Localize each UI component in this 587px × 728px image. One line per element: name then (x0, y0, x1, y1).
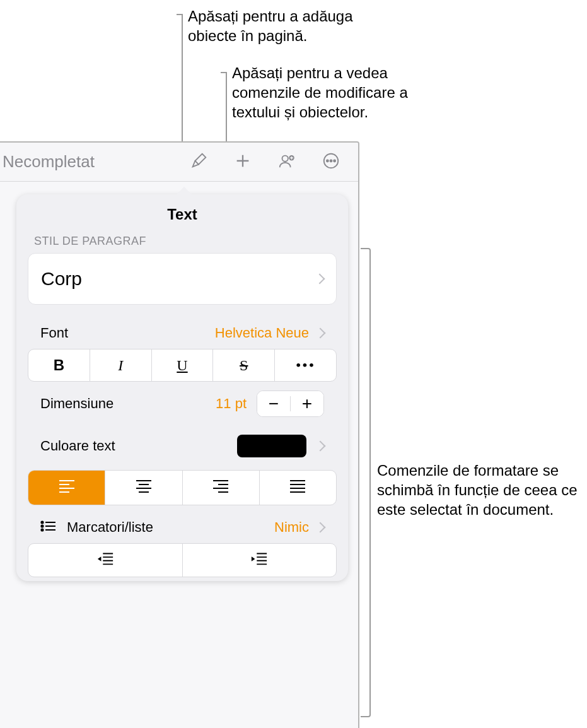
svg-point-9 (334, 160, 335, 161)
svg-marker-36 (98, 556, 102, 561)
format-button[interactable] (177, 151, 221, 173)
more-button[interactable] (309, 151, 353, 173)
paragraph-style-value: Corp (41, 268, 82, 290)
underline-button[interactable]: U (152, 349, 214, 381)
indent-segmented (28, 543, 337, 577)
app-window: Necompletat (0, 141, 359, 728)
svg-point-8 (330, 160, 332, 161)
callout-leader (226, 72, 227, 145)
svg-point-7 (327, 160, 328, 161)
alignment-segmented (28, 470, 337, 505)
format-popover: Text STIL DE PARAGRAF Corp Font Helvetic… (16, 194, 348, 581)
ellipsis-circle-icon (322, 151, 340, 173)
bold-button[interactable]: B (28, 349, 90, 381)
align-left-button[interactable] (28, 471, 105, 505)
size-decrease-button[interactable]: − (257, 391, 290, 416)
bullets-lists-row[interactable]: Marcatori/liste Nimic (28, 505, 337, 543)
svg-point-30 (41, 529, 43, 531)
outdent-button[interactable] (28, 544, 183, 577)
toolbar: Necompletat (0, 143, 358, 182)
outdent-icon (96, 551, 114, 569)
align-justify-button[interactable] (260, 471, 336, 505)
text-color-row[interactable]: Culoare text (28, 426, 337, 466)
indent-icon (250, 551, 268, 569)
align-center-button[interactable] (105, 471, 182, 505)
paragraph-style-label: STIL DE PARAGRAF (16, 232, 348, 253)
strikethrough-button[interactable]: S (213, 349, 275, 381)
indent-button[interactable] (183, 544, 337, 577)
insert-button[interactable] (221, 151, 265, 173)
chevron-right-icon (315, 328, 326, 339)
align-left-icon (58, 479, 76, 496)
plus-icon (233, 151, 252, 173)
chevron-right-icon (315, 522, 326, 533)
callout-format-context: Comenzile de formatare se schimbă în fun… (377, 461, 579, 520)
font-style-segmented: B I U S ••• (28, 349, 337, 382)
font-value: Helvetica Neue (215, 325, 309, 341)
callout-bracket (361, 248, 371, 717)
popover-title: Text (16, 194, 348, 232)
svg-point-28 (41, 525, 43, 527)
svg-point-2 (282, 155, 288, 161)
bullets-lists-label: Marcatori/liste (67, 519, 153, 536)
size-stepper: − + (257, 390, 324, 417)
align-center-icon (135, 479, 153, 496)
align-right-icon (212, 479, 230, 496)
document-title: Necompletat (0, 152, 95, 172)
chevron-right-icon (315, 274, 325, 285)
bullets-lists-value: Nimic (274, 519, 309, 536)
align-right-button[interactable] (183, 471, 260, 505)
svg-point-26 (41, 521, 43, 523)
chevron-right-icon (315, 441, 326, 452)
collaborate-icon (277, 151, 296, 173)
italic-button[interactable]: I (90, 349, 152, 381)
size-value: 11 pt (216, 396, 247, 412)
size-label: Dimensiune (40, 396, 113, 412)
collaborate-button[interactable] (265, 151, 309, 173)
text-color-label: Culoare text (40, 438, 115, 454)
callout-add-objects: Apăsați pentru a adăuga obiecte în pagin… (188, 6, 390, 45)
callout-leader (182, 14, 183, 145)
paintbrush-icon (189, 151, 208, 173)
callout-edit-controls: Apăsați pentru a vedea comenzile de modi… (232, 63, 440, 122)
text-color-swatch[interactable] (237, 435, 306, 457)
list-icon (40, 520, 67, 535)
more-font-options-button[interactable]: ••• (275, 349, 336, 381)
svg-marker-41 (252, 556, 255, 561)
font-row[interactable]: Font Helvetica Neue (28, 321, 337, 349)
font-label: Font (40, 325, 68, 341)
align-justify-icon (289, 479, 306, 496)
size-row: Dimensiune 11 pt − + (28, 382, 337, 426)
paragraph-style-row[interactable]: Corp (28, 253, 337, 305)
size-increase-button[interactable]: + (291, 391, 323, 416)
